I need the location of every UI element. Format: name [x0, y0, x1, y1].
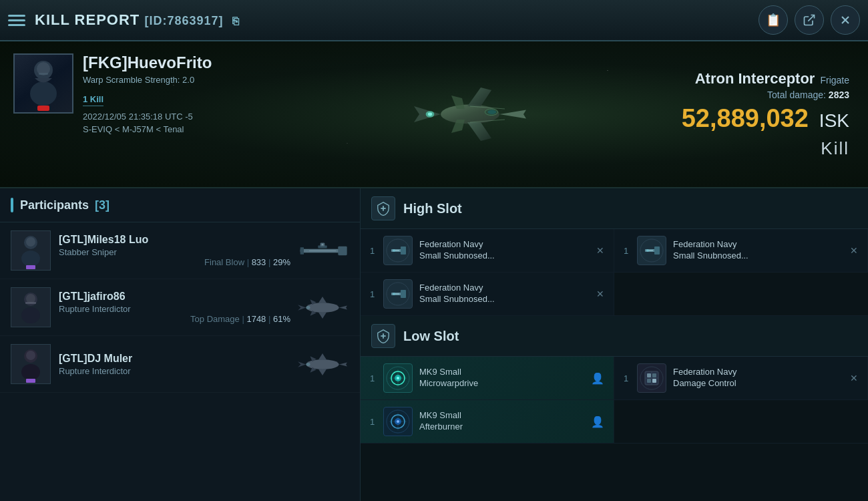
kill-count: 1 Kill	[83, 94, 103, 106]
participants-title: Participants [3]	[20, 198, 110, 212]
kill-location: S-EVIQ < M-J57M < Tenal	[83, 124, 267, 134]
svg-point-32	[21, 364, 40, 380]
ship-icon-right	[296, 234, 349, 267]
avatar-icon	[15, 290, 47, 325]
low-slot-icon	[371, 324, 395, 348]
gun-icon	[386, 282, 410, 306]
high-slot-header: High Slot	[361, 188, 868, 229]
faction-badge	[26, 265, 35, 269]
slot-item[interactable]: 1 Federation NavyDamage Control	[614, 357, 868, 400]
kill-info-section: Atron Interceptor Frigate Total damage: …	[654, 41, 868, 187]
participant-item[interactable]: [GTL]jafiro86 Rupture Interdictor Top Da…	[0, 279, 360, 336]
participant-info: [GTL]jafiro86 Rupture Interdictor Top Da…	[59, 291, 290, 324]
item-quantity: 1	[370, 246, 378, 256]
clipboard-button[interactable]: 📋	[758, 5, 788, 35]
ship-class: Frigate	[820, 75, 849, 86]
participants-header: Participants [3]	[0, 188, 360, 222]
participant-stats: Top Damage | 1748 | 61%	[59, 314, 290, 324]
pilot-name: [FKG]HuevoFrito	[83, 53, 267, 72]
header-title: KILL REPORT [ID:7863917] ⎘	[35, 11, 758, 29]
participant-name: [GTL]Miles18 Luo	[59, 234, 290, 246]
item-name: MK9 SmallAfterburner	[419, 410, 587, 433]
svg-point-24	[322, 243, 324, 245]
slot-item[interactable]: 1 Federation NavySmall Snubnosed... ✕	[614, 229, 868, 273]
participant-name: [GTL]jafiro86	[59, 291, 290, 303]
svg-point-35	[306, 363, 310, 366]
item-name: Federation NavySmall Snubnosed...	[419, 239, 592, 262]
empty-slot	[614, 273, 868, 316]
header-actions: 📋	[758, 5, 860, 35]
slot-item[interactable]: 1 MK9 SmallAfterburner 👤	[361, 400, 614, 444]
pilot-sub: Warp Scramble Strength: 2.0	[83, 75, 267, 85]
participant-ship: Rupture Interdictor	[59, 366, 290, 376]
item-name: Federation NavySmall Snubnosed...	[419, 283, 592, 305]
participant-avatar	[11, 287, 51, 327]
avatar-icon	[15, 347, 47, 381]
svg-rect-64	[652, 373, 656, 377]
high-slot-items: 1 Federation NavySmall Snubnosed... ✕ 1	[361, 229, 868, 316]
participant-info: [GTL]DJ Muler Rupture Interdictor	[59, 353, 290, 376]
svg-point-4	[30, 81, 57, 106]
kill-id: [ID:7863917]	[144, 14, 223, 27]
kill-banner: [FKG]HuevoFrito Warp Scramble Strength: …	[0, 41, 868, 188]
participant-ship-icon	[296, 236, 349, 266]
ship-icon-right	[296, 347, 349, 381]
participant-item[interactable]: [GTL]DJ Muler Rupture Interdictor	[0, 336, 360, 393]
faction-badge	[26, 379, 35, 383]
svg-point-26	[21, 307, 40, 323]
item-quantity: 1	[370, 289, 378, 299]
user-icon: 👤	[591, 415, 604, 428]
menu-icon[interactable]	[8, 15, 25, 26]
export-button[interactable]	[795, 5, 824, 35]
high-slot-icon	[371, 196, 395, 220]
participant-ship-icon	[296, 349, 349, 379]
slot-item[interactable]: 1 MK9 SmallMicrowarpdrive 👤	[361, 357, 614, 400]
participant-ship: Stabber Sniper	[59, 247, 290, 257]
afterburner-icon	[386, 409, 410, 434]
participant-item[interactable]: [GTL]Miles18 Luo Stabber Sniper Final Bl…	[0, 222, 360, 279]
svg-rect-28	[25, 302, 36, 304]
participant-name: [GTL]DJ Muler	[59, 353, 290, 365]
close-icon[interactable]: ✕	[596, 289, 604, 299]
shield-icon	[376, 329, 391, 343]
main-content: Participants [3] [GTL]Miles18 Luo Stabbe…	[0, 188, 868, 501]
ship-icon-right	[296, 291, 349, 324]
svg-point-30	[306, 306, 310, 309]
svg-point-16	[21, 251, 40, 267]
svg-rect-19	[338, 246, 347, 255]
low-slot-items: 1 MK9 SmallMicrowarpdrive 👤	[361, 357, 868, 444]
participant-ship: Rupture Interdictor	[59, 304, 290, 314]
gun-icon	[386, 238, 410, 263]
copy-icon[interactable]: ⎘	[232, 15, 240, 27]
mwd-icon	[386, 366, 410, 390]
avatar-icon	[15, 233, 47, 268]
item-quantity: 1	[624, 373, 632, 383]
user-icon: 👤	[591, 372, 604, 385]
close-icon[interactable]: ✕	[596, 245, 604, 256]
close-button[interactable]	[831, 5, 860, 35]
item-icon	[637, 236, 666, 265]
svg-rect-6	[39, 73, 48, 75]
svg-rect-20	[300, 247, 304, 255]
participant-ship-icon	[296, 293, 349, 323]
ship-type: Atron Interceptor	[695, 70, 815, 88]
isk-label: ISK	[819, 110, 849, 132]
ship-visual	[381, 61, 554, 168]
slot-item[interactable]: 1 Federation NavySmall Snubnosed... ✕	[361, 229, 614, 273]
ship-section	[280, 41, 654, 187]
item-quantity: 1	[624, 246, 632, 256]
high-slot-title: High Slot	[403, 201, 462, 216]
kill-datetime: 2022/12/05 21:35:18 UTC -5	[83, 112, 267, 122]
title-text: KILL REPORT	[35, 11, 140, 28]
pilot-info: [FKG]HuevoFrito Warp Scramble Strength: …	[83, 53, 267, 134]
svg-rect-65	[647, 379, 651, 383]
close-icon[interactable]: ✕	[850, 245, 858, 256]
item-icon	[383, 236, 413, 265]
close-icon[interactable]: ✕	[850, 373, 858, 383]
svg-point-47	[646, 249, 649, 252]
slot-item[interactable]: 1 Federation NavySmall Snubnosed... ✕	[361, 273, 614, 316]
item-quantity: 1	[370, 373, 378, 383]
gun-icon	[640, 238, 664, 263]
svg-rect-66	[652, 379, 656, 383]
svg-point-14	[487, 110, 496, 114]
